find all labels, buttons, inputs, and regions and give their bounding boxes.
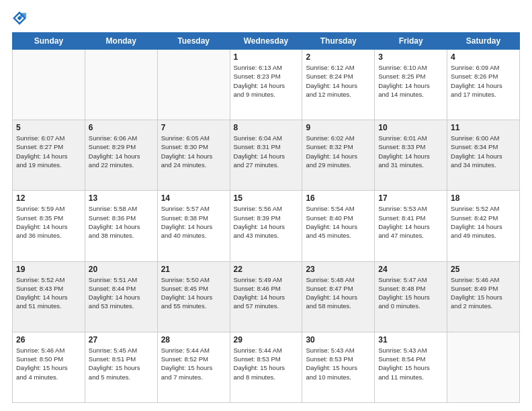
day-info: Sunrise: 6:01 AM Sunset: 8:33 PM Dayligh… — [378, 134, 443, 169]
day-number: 30 — [306, 335, 371, 345]
calendar-cell: 17Sunrise: 5:53 AM Sunset: 8:41 PM Dayli… — [375, 191, 447, 261]
calendar-cell — [85, 50, 157, 120]
day-info: Sunrise: 5:54 AM Sunset: 8:40 PM Dayligh… — [306, 204, 371, 240]
day-number: 14 — [161, 193, 226, 203]
day-number: 8 — [234, 123, 299, 132]
calendar-cell: 11Sunrise: 6:00 AM Sunset: 8:34 PM Dayli… — [447, 120, 520, 191]
day-info: Sunrise: 6:07 AM Sunset: 8:27 PM Dayligh… — [16, 134, 81, 169]
day-number: 23 — [306, 265, 371, 274]
calendar-cell: 22Sunrise: 5:49 AM Sunset: 8:46 PM Dayli… — [230, 261, 302, 332]
calendar-cell: 15Sunrise: 5:56 AM Sunset: 8:39 PM Dayli… — [230, 191, 302, 261]
weekday-header-saturday: Saturday — [447, 33, 520, 50]
day-number: 25 — [451, 265, 516, 274]
day-number: 2 — [306, 52, 371, 62]
day-info: Sunrise: 5:43 AM Sunset: 8:54 PM Dayligh… — [378, 346, 443, 381]
calendar-cell: 8Sunrise: 6:04 AM Sunset: 8:31 PM Daylig… — [230, 120, 302, 191]
calendar-table: SundayMondayTuesdayWednesdayThursdayFrid… — [12, 32, 520, 403]
week-row-5: 26Sunrise: 5:46 AM Sunset: 8:50 PM Dayli… — [13, 332, 520, 402]
weekday-header-thursday: Thursday — [302, 33, 375, 50]
weekday-header-friday: Friday — [375, 33, 447, 50]
day-number: 16 — [306, 193, 371, 203]
day-number: 7 — [161, 123, 226, 132]
day-info: Sunrise: 6:06 AM Sunset: 8:29 PM Dayligh… — [89, 134, 154, 169]
day-info: Sunrise: 5:51 AM Sunset: 8:44 PM Dayligh… — [89, 275, 154, 311]
calendar-cell: 14Sunrise: 5:57 AM Sunset: 8:38 PM Dayli… — [157, 191, 230, 261]
week-row-2: 5Sunrise: 6:07 AM Sunset: 8:27 PM Daylig… — [13, 120, 520, 191]
calendar-cell: 26Sunrise: 5:46 AM Sunset: 8:50 PM Dayli… — [13, 332, 85, 402]
day-info: Sunrise: 6:09 AM Sunset: 8:26 PM Dayligh… — [451, 63, 516, 99]
day-info: Sunrise: 5:52 AM Sunset: 8:43 PM Dayligh… — [16, 275, 81, 311]
calendar-cell: 30Sunrise: 5:43 AM Sunset: 8:53 PM Dayli… — [302, 332, 375, 402]
day-info: Sunrise: 5:46 AM Sunset: 8:49 PM Dayligh… — [451, 275, 516, 311]
day-number: 5 — [16, 123, 81, 132]
calendar-cell: 20Sunrise: 5:51 AM Sunset: 8:44 PM Dayli… — [85, 261, 157, 332]
day-info: Sunrise: 6:02 AM Sunset: 8:32 PM Dayligh… — [306, 134, 371, 169]
day-info: Sunrise: 5:48 AM Sunset: 8:47 PM Dayligh… — [306, 275, 371, 311]
logo — [12, 11, 30, 26]
day-number: 28 — [161, 335, 226, 345]
day-info: Sunrise: 6:04 AM Sunset: 8:31 PM Dayligh… — [234, 134, 299, 169]
day-number: 15 — [234, 193, 299, 203]
week-row-1: 1Sunrise: 6:13 AM Sunset: 8:23 PM Daylig… — [13, 50, 520, 120]
day-info: Sunrise: 5:49 AM Sunset: 8:46 PM Dayligh… — [234, 275, 299, 311]
page: SundayMondayTuesdayWednesdayThursdayFrid… — [0, 0, 532, 411]
calendar-cell: 18Sunrise: 5:52 AM Sunset: 8:42 PM Dayli… — [447, 191, 520, 261]
day-number: 4 — [451, 52, 516, 62]
day-info: Sunrise: 5:45 AM Sunset: 8:51 PM Dayligh… — [89, 346, 154, 381]
day-number: 19 — [16, 265, 81, 274]
day-info: Sunrise: 6:12 AM Sunset: 8:24 PM Dayligh… — [306, 63, 371, 99]
calendar-cell: 27Sunrise: 5:45 AM Sunset: 8:51 PM Dayli… — [85, 332, 157, 402]
weekday-header-wednesday: Wednesday — [230, 33, 302, 50]
calendar-cell: 7Sunrise: 6:05 AM Sunset: 8:30 PM Daylig… — [157, 120, 230, 191]
weekday-header-monday: Monday — [85, 33, 157, 50]
calendar-cell: 29Sunrise: 5:44 AM Sunset: 8:53 PM Dayli… — [230, 332, 302, 402]
calendar-cell: 12Sunrise: 5:59 AM Sunset: 8:35 PM Dayli… — [13, 191, 85, 261]
day-number: 10 — [378, 123, 443, 132]
day-number: 18 — [451, 193, 516, 203]
calendar-cell: 16Sunrise: 5:54 AM Sunset: 8:40 PM Dayli… — [302, 191, 375, 261]
day-number: 24 — [378, 265, 443, 274]
calendar-cell — [447, 332, 520, 402]
calendar-cell: 9Sunrise: 6:02 AM Sunset: 8:32 PM Daylig… — [302, 120, 375, 191]
calendar-cell: 10Sunrise: 6:01 AM Sunset: 8:33 PM Dayli… — [375, 120, 447, 191]
day-number: 31 — [378, 335, 443, 345]
day-number: 27 — [89, 335, 154, 345]
day-info: Sunrise: 5:47 AM Sunset: 8:48 PM Dayligh… — [378, 275, 443, 311]
day-info: Sunrise: 5:56 AM Sunset: 8:39 PM Dayligh… — [234, 204, 299, 240]
day-number: 20 — [89, 265, 154, 274]
day-info: Sunrise: 5:44 AM Sunset: 8:53 PM Dayligh… — [234, 346, 299, 381]
day-number: 1 — [234, 52, 299, 62]
day-number: 26 — [16, 335, 81, 345]
calendar-cell: 24Sunrise: 5:47 AM Sunset: 8:48 PM Dayli… — [375, 261, 447, 332]
calendar-cell — [13, 50, 85, 120]
weekday-header-sunday: Sunday — [13, 33, 85, 50]
day-number: 21 — [161, 265, 226, 274]
day-info: Sunrise: 5:53 AM Sunset: 8:41 PM Dayligh… — [378, 204, 443, 240]
weekday-header-tuesday: Tuesday — [157, 33, 230, 50]
day-number: 13 — [89, 193, 154, 203]
day-info: Sunrise: 5:44 AM Sunset: 8:52 PM Dayligh… — [161, 346, 226, 381]
day-info: Sunrise: 6:10 AM Sunset: 8:25 PM Dayligh… — [378, 63, 443, 99]
weekday-header-row: SundayMondayTuesdayWednesdayThursdayFrid… — [13, 33, 520, 50]
week-row-3: 12Sunrise: 5:59 AM Sunset: 8:35 PM Dayli… — [13, 191, 520, 261]
calendar-cell: 13Sunrise: 5:58 AM Sunset: 8:36 PM Dayli… — [85, 191, 157, 261]
day-number: 3 — [378, 52, 443, 62]
calendar-cell: 19Sunrise: 5:52 AM Sunset: 8:43 PM Dayli… — [13, 261, 85, 332]
day-number: 12 — [16, 193, 81, 203]
day-info: Sunrise: 5:57 AM Sunset: 8:38 PM Dayligh… — [161, 204, 226, 240]
calendar-cell — [157, 50, 230, 120]
day-info: Sunrise: 6:00 AM Sunset: 8:34 PM Dayligh… — [451, 134, 516, 169]
calendar-cell: 6Sunrise: 6:06 AM Sunset: 8:29 PM Daylig… — [85, 120, 157, 191]
calendar-cell: 23Sunrise: 5:48 AM Sunset: 8:47 PM Dayli… — [302, 261, 375, 332]
day-number: 6 — [89, 123, 154, 132]
day-info: Sunrise: 6:05 AM Sunset: 8:30 PM Dayligh… — [161, 134, 226, 169]
day-info: Sunrise: 5:46 AM Sunset: 8:50 PM Dayligh… — [16, 346, 81, 381]
week-row-4: 19Sunrise: 5:52 AM Sunset: 8:43 PM Dayli… — [13, 261, 520, 332]
calendar-cell: 4Sunrise: 6:09 AM Sunset: 8:26 PM Daylig… — [447, 50, 520, 120]
calendar-cell: 1Sunrise: 6:13 AM Sunset: 8:23 PM Daylig… — [230, 50, 302, 120]
header — [12, 11, 520, 26]
day-number: 29 — [234, 335, 299, 345]
calendar-cell: 3Sunrise: 6:10 AM Sunset: 8:25 PM Daylig… — [375, 50, 447, 120]
day-info: Sunrise: 6:13 AM Sunset: 8:23 PM Dayligh… — [234, 63, 299, 99]
calendar-cell: 31Sunrise: 5:43 AM Sunset: 8:54 PM Dayli… — [375, 332, 447, 402]
